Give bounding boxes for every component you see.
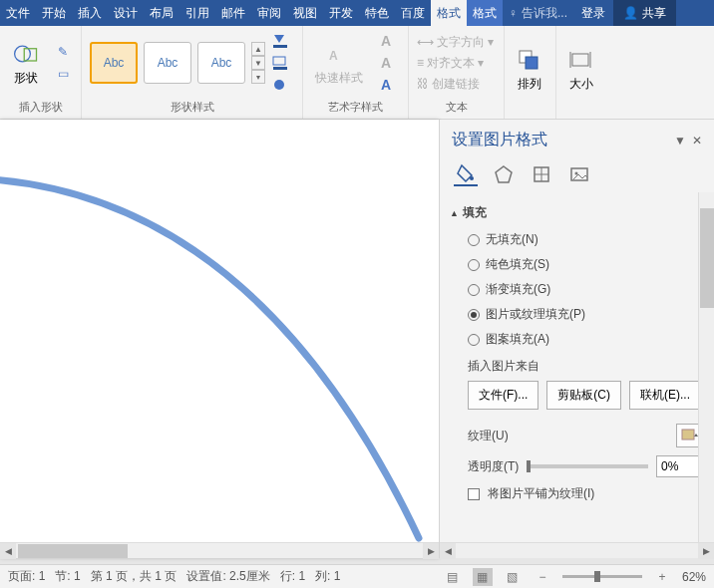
shape-style-1[interactable]: Abc — [90, 42, 138, 84]
document-canvas[interactable] — [0, 120, 439, 558]
lightbulb-icon: ♀ — [509, 6, 518, 20]
tab-baidu[interactable]: 百度 — [395, 0, 431, 26]
texture-label: 纹理(U) — [468, 428, 509, 444]
size-button[interactable]: 大小 — [560, 44, 602, 97]
status-section[interactable]: 节: 1 — [55, 568, 80, 585]
text-outline-button: A — [375, 54, 397, 72]
transparency-input[interactable] — [656, 455, 704, 477]
tab-format2[interactable]: 格式 — [467, 0, 503, 26]
tab-file[interactable]: 文件 — [0, 0, 36, 26]
group-wordart-styles: 艺术字样式 — [307, 98, 404, 117]
zoom-level[interactable]: 62% — [682, 570, 706, 584]
radio-no-fill[interactable]: 无填充(N) — [468, 231, 704, 248]
status-page[interactable]: 页面: 1 — [8, 568, 45, 585]
view-web-button[interactable]: ▧ — [503, 568, 523, 586]
text-direction-button: ⟷文字方向▾ — [415, 33, 496, 52]
svg-rect-2 — [273, 45, 287, 48]
shapes-icon — [12, 40, 40, 68]
share-icon: 👤 — [623, 6, 638, 20]
svg-point-10 — [470, 176, 474, 180]
view-print-button[interactable]: ▦ — [473, 568, 493, 586]
quick-styles-button: A 快速样式 — [307, 36, 371, 91]
radio-solid-fill[interactable]: 纯色填充(S) — [468, 256, 704, 273]
insert-from-file-button[interactable]: 文件(F)... — [468, 381, 538, 410]
tab-format1[interactable]: 格式 — [431, 0, 467, 26]
doc-scroll-thumb[interactable] — [18, 544, 128, 558]
pane-menu-button[interactable]: ▼ — [674, 134, 686, 147]
tab-home[interactable]: 开始 — [36, 0, 72, 26]
zoom-in-button[interactable]: + — [652, 568, 672, 586]
zoom-slider[interactable] — [562, 575, 642, 578]
login-button[interactable]: 登录 — [573, 0, 613, 26]
svg-rect-9 — [572, 54, 588, 66]
wordart-icon: A — [325, 40, 353, 68]
tab-design[interactable]: 设计 — [108, 0, 144, 26]
shapes-button[interactable]: 形状 — [4, 36, 48, 91]
pane-tab-picture[interactable] — [567, 162, 591, 186]
pane-vscrollbar[interactable] — [698, 192, 714, 542]
link-icon: ⛓ — [417, 77, 429, 91]
shape-style-2[interactable]: Abc — [144, 42, 191, 84]
group-text: 文本 — [413, 98, 500, 117]
tab-addins[interactable]: 特色 — [359, 0, 395, 26]
svg-text:A: A — [329, 49, 338, 63]
doc-scroll-right[interactable]: ▶ — [423, 543, 439, 559]
pane-tab-fill[interactable] — [454, 162, 478, 186]
text-box-button[interactable]: ▭ — [52, 65, 74, 83]
pane-tab-layout[interactable] — [530, 162, 553, 186]
insert-picture-from-label: 插入图片来自 — [450, 356, 704, 381]
transparency-slider[interactable] — [527, 464, 648, 468]
shape-fill-button[interactable] — [269, 32, 291, 50]
tab-review[interactable]: 审阅 — [251, 0, 287, 26]
text-effects-button[interactable]: A — [375, 76, 397, 94]
tell-me[interactable]: ♀告诉我... — [503, 0, 573, 26]
gallery-more[interactable]: ▾ — [251, 70, 265, 84]
shape-effects-button[interactable] — [269, 76, 291, 94]
doc-scroll-left[interactable]: ◀ — [0, 543, 16, 559]
radio-gradient-fill[interactable]: 渐变填充(G) — [468, 281, 704, 298]
gallery-down[interactable]: ▼ — [251, 56, 265, 70]
pane-scroll-right[interactable]: ▶ — [698, 543, 714, 559]
tab-developer[interactable]: 开发 — [323, 0, 359, 26]
shape-outline-button[interactable] — [269, 54, 291, 72]
shape-arc — [0, 120, 439, 558]
collapse-icon: ▲ — [450, 208, 459, 218]
transparency-label: 透明度(T) — [468, 458, 519, 475]
pane-tab-effects[interactable] — [492, 162, 516, 186]
edit-shape-button[interactable]: ✎ — [52, 43, 74, 61]
align-text-button: ≡对齐文本▾ — [415, 54, 496, 73]
svg-rect-3 — [273, 57, 285, 65]
group-shape-styles: 形状样式 — [86, 98, 298, 117]
section-fill-header[interactable]: ▲填充 — [450, 200, 704, 225]
insert-from-clipboard-button[interactable]: 剪贴板(C) — [546, 381, 621, 410]
text-fill-button: A — [375, 32, 397, 50]
size-icon — [568, 48, 594, 74]
pane-close-button[interactable]: ✕ — [692, 134, 702, 147]
shape-style-3[interactable]: Abc — [197, 42, 245, 84]
gallery-up[interactable]: ▲ — [251, 42, 265, 56]
tab-insert[interactable]: 插入 — [72, 0, 108, 26]
arrange-icon — [517, 48, 542, 74]
arrange-button[interactable]: 排列 — [509, 44, 550, 97]
tab-view[interactable]: 视图 — [287, 0, 323, 26]
view-read-button[interactable]: ▤ — [443, 568, 463, 586]
radio-picture-fill[interactable]: 图片或纹理填充(P) — [468, 306, 704, 323]
status-setval[interactable]: 设置值: 2.5厘米 — [186, 568, 269, 585]
status-pages[interactable]: 第 1 页，共 1 页 — [91, 568, 178, 585]
group-insert-shape: 插入形状 — [4, 98, 77, 117]
pane-title: 设置图片格式 — [452, 130, 547, 150]
tile-label: 将图片平铺为纹理(I) — [488, 485, 594, 502]
insert-from-online-button[interactable]: 联机(E)... — [629, 381, 701, 410]
status-line[interactable]: 行: 1 — [280, 568, 305, 585]
status-col[interactable]: 列: 1 — [315, 568, 340, 585]
radio-pattern-fill[interactable]: 图案填充(A) — [468, 331, 704, 348]
tile-checkbox[interactable] — [468, 488, 480, 500]
tab-mailings[interactable]: 邮件 — [215, 0, 251, 26]
svg-rect-15 — [682, 430, 694, 440]
svg-marker-11 — [496, 166, 512, 182]
tab-references[interactable]: 引用 — [179, 0, 215, 26]
pane-scroll-left[interactable]: ◀ — [440, 543, 456, 559]
zoom-out-button[interactable]: − — [533, 568, 552, 586]
share-button[interactable]: 👤共享 — [613, 0, 676, 26]
tab-layout[interactable]: 布局 — [144, 0, 179, 26]
